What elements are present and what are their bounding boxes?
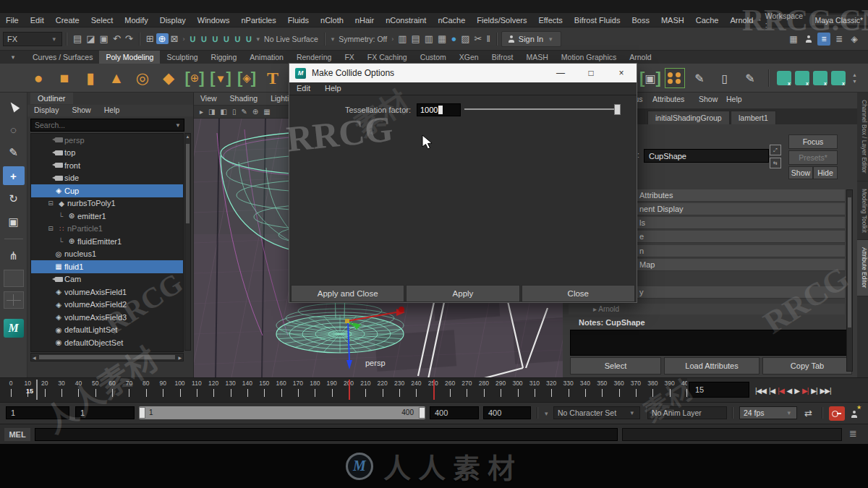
- poly-plane-icon[interactable]: ◆: [158, 67, 179, 89]
- viewport-menu-view[interactable]: View: [194, 93, 224, 105]
- sidebar-tab-channel-box-layer-editor[interactable]: Channel Box / Layer Editor: [857, 93, 868, 181]
- outliner-item-front[interactable]: front: [31, 159, 183, 172]
- save-scene-icon[interactable]: ▣: [98, 33, 111, 44]
- menu-cache[interactable]: Cache: [690, 14, 725, 27]
- step-forward-frame-button[interactable]: ▶|: [811, 387, 817, 395]
- outliner-item-side[interactable]: side: [31, 172, 183, 185]
- channel-box-toggle-icon[interactable]: ◈: [848, 33, 861, 46]
- menu-create[interactable]: Create: [50, 14, 85, 27]
- snap-to-point-icon[interactable]: ⊠: [169, 33, 181, 44]
- edit-edge-flow-icon[interactable]: ✎: [739, 67, 761, 89]
- shelf-tab-sculpting[interactable]: Sculpting: [160, 51, 204, 64]
- humanik-toggle-icon[interactable]: [802, 33, 815, 46]
- menu-windows[interactable]: Windows: [192, 14, 236, 27]
- poly-cylinder-icon[interactable]: ▮: [80, 67, 101, 89]
- play-backwards-button[interactable]: ◀: [787, 387, 792, 395]
- ipr-render-icon[interactable]: ▦: [435, 33, 448, 44]
- tessellation-factor-input[interactable]: 1000: [417, 103, 461, 116]
- shelf-tab-poly-modeling[interactable]: Poly Modeling: [99, 51, 160, 64]
- construction-plane-icon[interactable]: [▣]: [639, 67, 661, 89]
- fps-dropdown[interactable]: 24 fps ▾: [739, 406, 797, 419]
- scrollbar-thumb[interactable]: [39, 355, 176, 359]
- mel-command-input[interactable]: [35, 428, 618, 441]
- mesh-name-field[interactable]: CupShape: [644, 149, 769, 163]
- range-end-handle[interactable]: [419, 407, 425, 419]
- tab-initialshadinggroup[interactable]: initialShadingGroup: [647, 111, 730, 124]
- scale-tool[interactable]: ▣: [3, 213, 25, 231]
- tab-lambert1[interactable]: lambert1: [731, 111, 776, 124]
- redo-icon[interactable]: ↷: [123, 33, 135, 44]
- outliner-item-volumeaxisfield1[interactable]: ◈volumeAxisField1: [31, 286, 183, 299]
- outliner-item-defaultlightset[interactable]: ◉defaultLightSet: [31, 324, 183, 337]
- menu-effects[interactable]: Effects: [532, 14, 568, 27]
- super-shape-icon[interactable]: [◈]: [236, 67, 258, 89]
- shelf-tab-arnold[interactable]: Arnold: [623, 51, 658, 64]
- presets-button[interactable]: Presets*: [788, 150, 838, 165]
- shelf-tab-rigging[interactable]: Rigging: [205, 51, 244, 64]
- attribute-editor-scrollbar[interactable]: [846, 189, 853, 372]
- outliner-vertical-scrollbar[interactable]: ▲: [184, 133, 191, 351]
- current-time-indicator[interactable]: [36, 380, 38, 400]
- vp-textured-icon[interactable]: ▯: [232, 108, 237, 116]
- snap-magnet-plane-icon[interactable]: ∪: [231, 33, 243, 44]
- focus-button[interactable]: Focus: [788, 134, 838, 149]
- pin-node-icon[interactable]: ⤢: [770, 145, 781, 155]
- axis-tool[interactable]: ⋔: [3, 247, 25, 265]
- playback-start-field[interactable]: 1: [75, 406, 135, 419]
- play-forwards-button[interactable]: ▶: [794, 387, 799, 395]
- nurbs-surface-icon[interactable]: [813, 71, 827, 85]
- menu-display[interactable]: Display: [154, 14, 192, 27]
- menu-mash[interactable]: MASH: [655, 14, 690, 27]
- sign-in-button[interactable]: Sign In▾: [501, 31, 561, 47]
- shelf-tab-rendering[interactable]: Rendering: [290, 51, 338, 64]
- current-frame-field[interactable]: 15: [689, 382, 749, 398]
- close-icon[interactable]: ×: [606, 64, 637, 82]
- poly-cube-icon[interactable]: ■: [54, 67, 75, 89]
- poly-type-icon[interactable]: T: [262, 67, 284, 89]
- shelf-tab-animation[interactable]: Animation: [243, 51, 290, 64]
- snap-magnet-curve-icon[interactable]: ∪: [198, 33, 210, 44]
- outliner-item-fluid1[interactable]: ▦fluid1: [31, 260, 183, 273]
- vp-cam-icon[interactable]: ▦: [263, 108, 270, 116]
- new-scene-icon[interactable]: ▤: [71, 33, 84, 44]
- step-back-key-button[interactable]: |◀: [778, 387, 783, 395]
- shelf-tab-bifrost[interactable]: Bifrost: [485, 51, 520, 64]
- sculpt-tool-active-icon[interactable]: [665, 68, 685, 88]
- step-forward-key-button[interactable]: ▶|: [802, 387, 808, 395]
- chevron-down-icon[interactable]: ▾: [545, 410, 548, 417]
- workspace-dropdown[interactable]: Maya Classic* ▾: [811, 14, 868, 26]
- dialog-menu-edit[interactable]: Edit: [289, 82, 318, 95]
- outliner-item-nparticle1[interactable]: ⊟∷nParticle1: [31, 223, 183, 236]
- menu-nparticles[interactable]: nParticles: [235, 14, 281, 27]
- outliner-menu-display[interactable]: Display: [27, 105, 65, 116]
- vp-lights-icon[interactable]: ✎: [241, 108, 247, 116]
- menu-file[interactable]: File: [0, 14, 25, 27]
- multi-cut-icon[interactable]: ▯: [714, 67, 736, 89]
- menu-modify[interactable]: Modify: [119, 14, 153, 27]
- playback-end-field[interactable]: 400: [430, 406, 479, 419]
- hide-button[interactable]: Hide: [813, 166, 838, 179]
- make-live-icon[interactable]: ∪: [243, 33, 255, 44]
- outliner-item-top[interactable]: top: [31, 147, 183, 160]
- outliner-item-volumeaxisfield3[interactable]: ◈volumeAxisField3: [31, 311, 183, 324]
- select-tool[interactable]: [3, 97, 25, 116]
- time-slider[interactable]: 0102030405060708090100110120130140150160…: [0, 378, 687, 403]
- scroll-up-icon[interactable]: ▲: [185, 134, 190, 139]
- symmetry-label[interactable]: Symmetry: Off: [336, 35, 389, 43]
- snap-magnet-grid-icon[interactable]: ∪: [187, 33, 198, 44]
- vp-shaded-icon[interactable]: ◨: [208, 108, 215, 116]
- snap-to-grid-icon[interactable]: ⊞: [144, 33, 156, 44]
- modeling-toolkit-toggle-icon[interactable]: ▦: [787, 33, 800, 46]
- notes-textarea[interactable]: [570, 330, 851, 356]
- poly-cone-icon[interactable]: ▲: [106, 67, 127, 89]
- nurbs-cube-icon[interactable]: [831, 71, 846, 85]
- script-editor-icon[interactable]: ≣: [849, 428, 857, 439]
- attribute-editor-menu-show[interactable]: Show: [699, 95, 718, 103]
- sidebar-tab-modeling-toolkit[interactable]: Modeling Toolkit: [857, 181, 868, 241]
- menu-boss[interactable]: Boss: [626, 14, 655, 27]
- menu-fields-solvers[interactable]: Fields/Solvers: [471, 14, 532, 27]
- shelf-tab-fx[interactable]: FX: [338, 51, 360, 64]
- tessellation-factor-slider[interactable]: [464, 108, 619, 110]
- vp-grid-icon[interactable]: ⊕: [252, 108, 258, 116]
- minimize-button[interactable]: —: [545, 64, 576, 82]
